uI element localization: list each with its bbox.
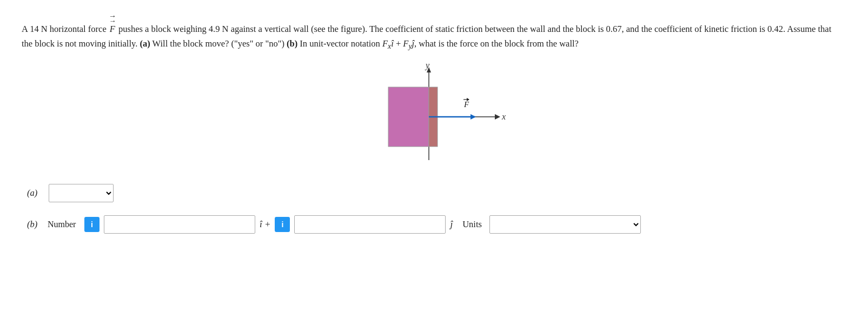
part-b-label-inline: (b) xyxy=(287,38,297,49)
part-b-input-fx[interactable] xyxy=(104,215,255,234)
part-a-label-inline: (a) xyxy=(140,38,150,49)
svg-text:F: F xyxy=(463,100,469,109)
part-b-row: (b) Number i î + i ĵ Units N kg m/s² xyxy=(22,215,846,234)
part-b-number-label: Number xyxy=(48,220,80,229)
part-b-input-fy[interactable] xyxy=(294,215,446,234)
svg-text:x: x xyxy=(501,112,506,121)
physics-figure: y x F xyxy=(359,63,510,171)
svg-marker-9 xyxy=(471,114,476,120)
notation-fy: Fy xyxy=(403,38,412,49)
part-b-info-btn-2[interactable]: i xyxy=(275,217,290,232)
part-a-row: (a) yes no xyxy=(22,184,846,202)
part-b-label: (b) xyxy=(27,219,43,230)
svg-marker-4 xyxy=(495,114,500,120)
problem-sentence: A 14 N horizontal force → F pushes a blo… xyxy=(22,24,831,49)
svg-rect-6 xyxy=(388,87,429,147)
part-a-select[interactable]: yes no xyxy=(49,184,114,202)
part-b-info-btn-1[interactable]: i xyxy=(84,217,100,232)
units-text-label: Units xyxy=(462,219,482,230)
j-hat-symbol: ĵ xyxy=(450,219,453,230)
problem-text: A 14 N horizontal force → F pushes a blo… xyxy=(22,15,844,53)
notation-fx: Fx xyxy=(382,38,391,49)
svg-text:y: y xyxy=(425,63,430,70)
part-a-label: (a) xyxy=(27,188,43,198)
answer-section: (a) yes no (b) Number i î + i ĵ Units N … xyxy=(22,184,846,234)
figure-container: y x F xyxy=(22,63,846,171)
units-select[interactable]: N kg m/s² xyxy=(489,215,641,234)
i-hat-plus-symbol: î + xyxy=(260,219,270,230)
